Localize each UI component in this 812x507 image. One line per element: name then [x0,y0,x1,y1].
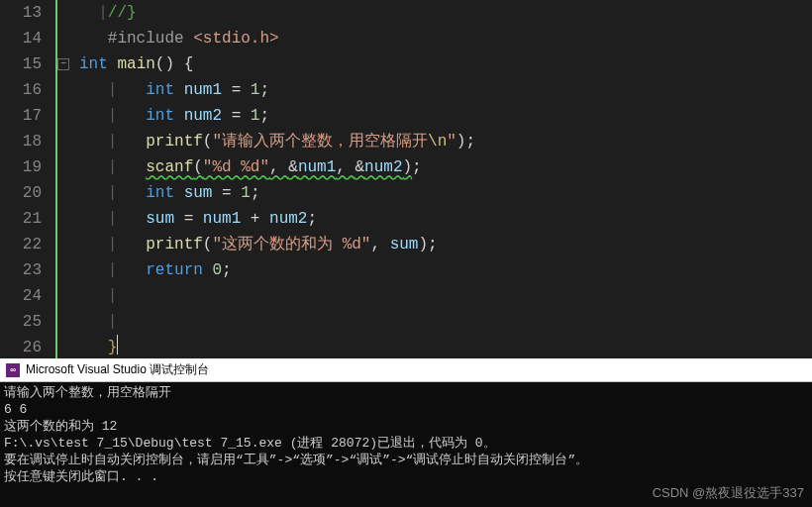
code-area[interactable]: |//} #include <stdio.h> int main() { | i… [75,0,812,358]
vs-icon: ∞ [6,363,20,377]
line-number: 13 [0,0,42,26]
text-cursor [117,335,118,355]
code-line[interactable]: | int num1 = 1; [79,77,812,103]
console-title: Microsoft Visual Studio 调试控制台 [26,361,209,378]
line-number: 15 [0,51,42,77]
code-line[interactable]: | return 0; [79,257,812,283]
watermark-text: CSDN @熬夜退役选手337 [653,484,804,501]
code-line[interactable]: | scanf("%d %d", &num1, &num2); [79,154,812,180]
line-number: 21 [0,206,42,232]
code-line[interactable]: | [79,309,812,335]
code-line[interactable]: } [79,335,812,360]
line-number: 22 [0,232,42,257]
console-title-bar[interactable]: ∞ Microsoft Visual Studio 调试控制台 [0,358,812,382]
console-line: 请输入两个整数，用空格隔开 [4,384,808,401]
indent-guide [55,0,57,358]
fold-toggle-icon[interactable]: − [57,58,69,70]
console-line: 6 6 [4,401,808,418]
fold-column: − [55,0,75,358]
code-line[interactable]: int main() { [79,51,812,77]
console-line: 这两个数的和为 12 [4,418,808,435]
console-line: F:\.vs\test 7_15\Debug\test 7_15.exe (进程… [4,435,808,452]
code-line[interactable]: | sum = num1 + num2; [79,206,812,232]
code-line[interactable]: |//} [79,0,812,26]
console-body[interactable]: 请输入两个整数，用空格隔开 6 6 这两个数的和为 12 F:\.vs\test… [0,382,812,507]
line-number: 25 [0,309,42,335]
line-number: 16 [0,77,42,103]
line-number: 17 [0,103,42,129]
line-number-gutter: 13 14 15 16 17 18 19 20 21 22 23 24 25 2… [0,0,55,358]
code-line[interactable]: | int num2 = 1; [79,103,812,129]
code-line[interactable]: | printf("这两个数的和为 %d", sum); [79,232,812,257]
line-number: 14 [0,26,42,51]
debug-console: ∞ Microsoft Visual Studio 调试控制台 请输入两个整数，… [0,358,812,507]
line-number: 26 [0,335,42,360]
line-number: 19 [0,154,42,180]
code-line[interactable]: | int sum = 1; [79,180,812,206]
line-number: 23 [0,257,42,283]
code-editor[interactable]: 13 14 15 16 17 18 19 20 21 22 23 24 25 2… [0,0,812,358]
line-number: 20 [0,180,42,206]
console-line: 按任意键关闭此窗口. . . [4,468,808,485]
code-line[interactable]: | [79,283,812,309]
line-number: 18 [0,129,42,154]
console-line: 要在调试停止时自动关闭控制台，请启用“工具”->“选项”->“调试”->“调试停… [4,452,808,468]
code-line[interactable]: #include <stdio.h> [79,26,812,51]
line-number: 24 [0,283,42,309]
code-line[interactable]: | printf("请输入两个整数，用空格隔开\n"); [79,129,812,154]
